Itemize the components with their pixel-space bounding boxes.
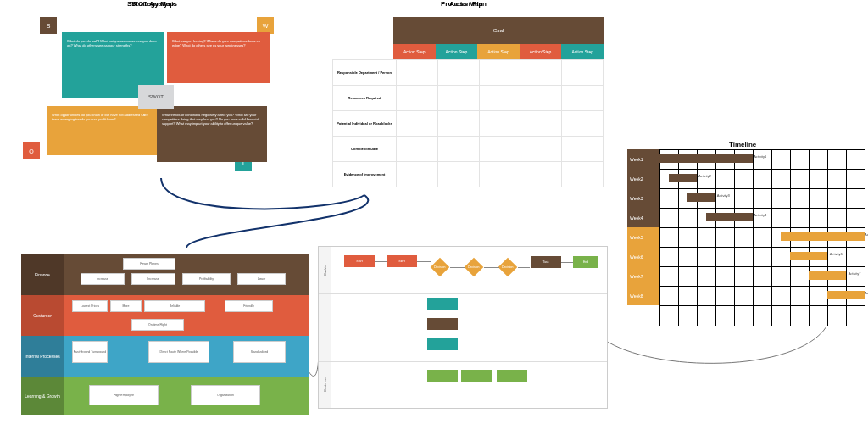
lane-divider [319,293,607,294]
gantt-grid: Activity1 Activity2 Activity3 Activity4 … [659,149,865,326]
gantt-row-head: Week5 [627,227,659,247]
table-row: Evidence of Improvement [333,162,604,187]
process-node: Start [344,255,375,267]
process-decision: Decision [465,258,484,277]
process-node [427,298,458,310]
swot-threats: What trends or conditions negatively aff… [157,106,267,162]
gantt-row-head: Week1 [627,149,659,169]
perspective-label: Customer [21,295,64,336]
action-step: Action Step [520,44,562,59]
gantt-row-head: Week3 [627,188,659,208]
timeline-title: Timeline [729,141,756,148]
process-node: Start [387,255,417,267]
perspective-label: Internal Processes [21,336,64,377]
swot-panel: S W O T What do you do well? What unique… [21,8,301,191]
perspective-finance: Finance Fewer Planes Increase Increase P… [21,254,309,295]
row-head: Evidence of Improvement [333,162,397,187]
row-head: Resources Required [333,86,397,111]
row-head: Responsible Department / Person [333,60,397,86]
objective: High Employee [89,385,159,405]
gantt-bar-label: Activity3 [717,193,730,198]
perspective-label: Learning & Growth [21,377,64,415]
gantt-bar [687,193,715,202]
process-node: Task [531,256,561,268]
process-title: Process Map [441,0,482,8]
objective: Standardized [233,341,286,363]
gantt-bar [809,271,846,280]
gantt-bar [659,154,753,163]
objective: Lower [237,273,286,285]
objective: Lowest Prices [72,300,108,312]
strategy-title: Strategy Map [131,0,174,8]
table-row: Responsible Department / Person [333,60,604,86]
objective: Fast Ground Turnaround [72,341,108,363]
perspective-learning: Learning & Growth High Employee Organiza… [21,377,309,415]
action-step-row: Action Step Action Step Action Step Acti… [393,44,604,59]
gantt-bar-label: Activity1 [754,154,766,159]
gantt-row-head: Week6 [627,247,659,266]
action-plan-panel: Goal Action Step Action Step Action Step… [332,8,604,195]
process-end [497,370,527,382]
action-step: Action Step [436,44,478,59]
objective: Reliable [144,300,205,312]
objective: Direct Route Where Possible [148,341,209,363]
gantt-row-head: Week2 [627,169,659,188]
objective: More [110,300,142,312]
timeline-panel: Activity1 Activity2 Activity3 Activity4 … [627,149,865,326]
gantt-row-head: Week7 [627,266,659,286]
objective: Increase [81,273,125,285]
gantt-bar-label: Activity7 [849,271,861,276]
gantt-bar-label: Activity8 [865,291,868,295]
action-step: Action Step [477,44,520,59]
action-table: Responsible Department / Person Resource… [332,59,604,187]
swot-corner-s: S [40,17,57,34]
gantt-bar [781,232,865,241]
lane-label [319,293,331,361]
process-end [461,370,492,382]
swot-centre: SWOT [138,85,174,109]
row-head: Completion Date [333,137,397,162]
lane-divider [319,361,607,362]
lane-label: Cashier [319,247,331,293]
swot-corner-o: O [23,142,40,159]
row-head: Potential Individual or Roadblocks [333,111,397,137]
process-node [427,318,458,330]
gantt-bar [669,174,697,182]
gantt-bar-label: Activity4 [754,213,766,217]
swot-corner-w: W [257,17,274,34]
gantt-bar-label: Activity2 [698,174,711,178]
objective: Fewer Planes [123,258,175,270]
gantt-bar [790,252,827,260]
strategy-map-panel: Finance Fewer Planes Increase Increase P… [21,246,309,411]
perspective-customer: Customer Lowest Prices More Reliable Fri… [21,295,309,336]
table-row: Resources Required [333,86,604,111]
gantt-bar [827,291,865,299]
perspective-internal: Internal Processes Fast Ground Turnaroun… [21,336,309,377]
objective: Profitability [182,273,231,285]
process-end [427,370,458,382]
table-row: Completion Date [333,137,604,162]
objective: Organization [191,385,260,405]
objective: Increase [131,273,175,285]
gantt-bar-label: Activity6 [830,252,843,256]
action-goal-header: Goal [393,17,604,44]
objective: On-time Flight [131,319,184,331]
swot-weaknesses: What are you lacking? Where do your comp… [167,32,270,83]
objective: Friendly [225,300,273,312]
gantt-row-head: Week8 [627,286,659,305]
canvas: SWOT Analysis S W O T What do you do wel… [0,0,868,430]
process-end: End [573,256,598,268]
process-decision: Decision [498,258,518,277]
process-decision: Decision [431,258,450,277]
gantt-row-head: Week4 [627,208,659,227]
process-node [427,338,458,350]
action-step: Action Step [561,44,604,59]
action-step: Action Step [393,44,436,59]
process-map-panel: Cashier Customer Start Start Decision De… [318,246,608,409]
gantt-bar [706,213,753,221]
gantt-bar-label: Activity5 [865,232,868,237]
perspective-label: Finance [21,254,64,295]
table-row: Potential Individual or Roadblocks [333,111,604,137]
swot-opportunities: What opportunities do you know of but ha… [47,106,157,155]
lane-label: Customer [319,361,331,408]
